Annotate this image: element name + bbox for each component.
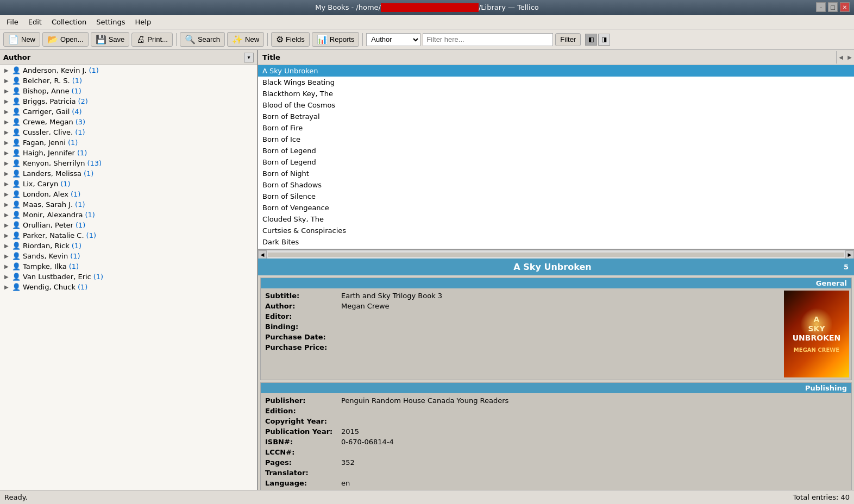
menu-file[interactable]: File [2,17,23,27]
author-count: (1) [75,200,85,209]
tree-item[interactable]: ▶👤Maas, Sarah J. (1) [0,199,257,210]
tree-item[interactable]: ▶👤Crewe, Megan (3) [0,117,257,127]
author-name: Carriger, Gail [23,108,70,116]
isbn-value: 0-670-06814-4 [341,438,394,446]
reports-button[interactable]: 📊 Reports [312,32,360,47]
menu-edit[interactable]: Edit [24,17,46,27]
horiz-scroll-track[interactable] [268,253,844,257]
book-item[interactable]: A Sky Unbroken [258,65,854,77]
scroll-left-btn[interactable]: ◀ [837,54,845,60]
search-button[interactable]: 🔍 Search [180,32,225,47]
left-panel-dropdown-btn[interactable]: ▾ [244,53,254,62]
detail-title: A Sky Unbroken [261,262,844,272]
person-icon: 👤 [12,169,21,178]
general-fields: Subtitle: Earth and Sky Trilogy Book 3 A… [263,291,784,377]
copyright-year-row: Copyright Year: [263,416,849,426]
publication-year-value: 2015 [341,427,359,436]
tree-item[interactable]: ▶👤Landers, Melissa (1) [0,168,257,179]
pane-right-btn[interactable]: ◨ [598,34,610,46]
tree-item[interactable]: ▶👤Fagan, Jenni (1) [0,137,257,148]
open-button[interactable]: 📂 Open... [42,32,89,47]
tree-item[interactable]: ▶👤Van Lustbader, Eric (1) [0,272,257,282]
filter-input[interactable] [423,33,553,46]
tree-arrow: ▶ [4,222,12,228]
left-panel-title: Author [3,53,244,61]
tree-item[interactable]: ▶👤Kenyon, Sherrilyn (13) [0,158,257,168]
tree-arrow: ▶ [4,263,12,269]
book-item[interactable]: Born of Vengeance [258,202,854,213]
editor-row: Editor: [263,311,784,322]
tree-arrow: ▶ [4,78,12,84]
book-item[interactable]: Curtsies & Conspiracies [258,225,854,236]
group-by-dropdown[interactable]: Author [366,33,420,46]
binding-label: Binding: [265,323,341,331]
tree-item[interactable]: ▶👤Wendig, Chuck (1) [0,282,257,292]
save-button[interactable]: 💾 Save [91,32,130,47]
window-controls[interactable]: – □ ✕ [816,2,850,12]
tree-arrow: ▶ [4,201,12,207]
filter-button[interactable]: Filter [555,33,581,46]
book-item[interactable]: Clouded Sky, The [258,213,854,225]
tree-item[interactable]: ▶👤Belcher, R. S. (1) [0,75,257,86]
fields-button[interactable]: ⚙ Fields [271,32,310,47]
tree-arrow: ▶ [4,119,12,125]
print-button[interactable]: 🖨 Print... [131,33,173,47]
tree-item[interactable]: ▶👤Carriger, Gail (4) [0,106,257,117]
book-item[interactable]: Blackthorn Key, The [258,88,854,99]
person-icon: 👤 [12,149,21,157]
tree-item[interactable]: ▶👤Orullian, Peter (1) [0,220,257,230]
menu-settings[interactable]: Settings [92,17,129,27]
tree-arrow: ▶ [4,140,12,146]
tree-item[interactable]: ▶👤Bishop, Anne (1) [0,86,257,96]
tree-item[interactable]: ▶👤Sands, Kevin (1) [0,251,257,261]
author-count: (1) [86,231,96,240]
author-tree: ▶👤Anderson, Kevin J. (1)▶👤Belcher, R. S.… [0,65,257,490]
tree-item[interactable]: ▶👤Tampke, Ilka (1) [0,261,257,272]
person-icon: 👤 [12,87,21,95]
person-icon: 👤 [12,242,21,250]
menu-help[interactable]: Help [131,17,156,27]
book-item[interactable]: Born of Legend [258,145,854,156]
book-item[interactable]: Born of Legend [258,156,854,168]
new-button[interactable]: 📄 New [3,32,40,47]
tree-item[interactable]: ▶👤Riordan, Rick (1) [0,241,257,251]
pane-left-btn[interactable]: ◧ [585,34,597,46]
search-icon: 🔍 [185,34,196,45]
book-item[interactable]: Born of Night [258,168,854,179]
close-button[interactable]: ✕ [840,2,850,12]
book-item[interactable]: Dark Bites [258,236,854,248]
book-item[interactable]: Born of Silence [258,191,854,202]
tree-item[interactable]: ▶👤Anderson, Kevin J. (1) [0,65,257,75]
person-icon: 👤 [12,180,21,188]
book-item[interactable]: Born of Fire [258,122,854,134]
tree-item[interactable]: ▶👤Lix, Caryn (1) [0,179,257,189]
horiz-scroll-right-btn[interactable]: ▶ [845,250,854,259]
author-name: Orullian, Peter [23,221,73,229]
book-item[interactable]: Black Wings Beating [258,77,854,88]
tree-item[interactable]: ▶👤Monir, Alexandra (1) [0,210,257,220]
menu-collection[interactable]: Collection [47,17,91,27]
book-item[interactable]: Born of Betrayal [258,111,854,122]
new2-button[interactable]: ✨ New [227,32,264,47]
language-row: Language: en [263,478,849,488]
tree-arrow: ▶ [4,109,12,115]
minimize-button[interactable]: – [816,2,826,12]
book-item[interactable]: Blood of the Cosmos [258,99,854,111]
left-panel: Author ▾ ▶👤Anderson, Kevin J. (1)▶👤Belch… [0,50,258,490]
book-item[interactable]: Born of Shadows [258,179,854,191]
author-name: London, Alex [23,190,68,198]
book-item[interactable]: Born of Ice [258,134,854,145]
author-count: (13) [87,159,102,167]
horiz-scroll-left-btn[interactable]: ◀ [258,250,267,259]
person-icon: 👤 [12,190,21,198]
tree-item[interactable]: ▶👤London, Alex (1) [0,189,257,199]
tree-item[interactable]: ▶👤Briggs, Patricia (2) [0,96,257,106]
tree-item[interactable]: ▶👤Haigh, Jennifer (1) [0,148,257,158]
tree-item[interactable]: ▶👤Cussler, Clive. (1) [0,127,257,137]
author-name: Maas, Sarah J. [23,200,73,209]
tree-item[interactable]: ▶👤Parker, Natalie C. (1) [0,230,257,241]
tree-arrow: ▶ [4,98,12,104]
scroll-right-btn[interactable]: ▶ [845,54,854,60]
person-icon: 👤 [12,138,21,147]
maximize-button[interactable]: □ [828,2,838,12]
